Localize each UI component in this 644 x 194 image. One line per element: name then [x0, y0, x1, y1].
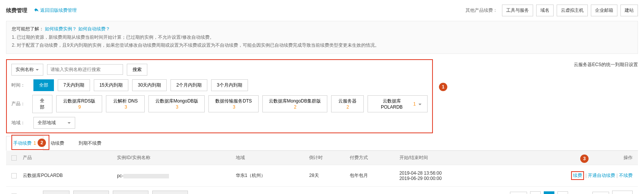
- product-mongo-cluster[interactable]: 云数据库MongoDB集群版 2: [262, 95, 327, 112]
- search-type-select[interactable]: 实例名称: [11, 64, 43, 76]
- head-btn-domain[interactable]: 域名: [536, 5, 554, 16]
- chevron-down-icon: [35, 68, 39, 71]
- product-dns[interactable]: 云解析 DNS 3: [106, 95, 145, 112]
- region-label: 地域：: [11, 120, 30, 126]
- cell-instance: pc-: [114, 165, 232, 186]
- product-ecs[interactable]: 云服务器 2: [331, 95, 364, 112]
- chevron-down-icon: [418, 102, 422, 106]
- batch-no-renew[interactable]: 设置为不续费: [113, 191, 148, 194]
- page-1[interactable]: 1: [544, 191, 554, 194]
- action-renew[interactable]: 续费: [573, 173, 582, 178]
- product-label: 产品：: [11, 101, 28, 107]
- head-btn-site[interactable]: 建站: [620, 5, 638, 16]
- table-footer: 选中 0 项 批量续费 开通自动续费 设置为不续费 导出续费清单 共有 1 条，…: [6, 187, 638, 194]
- cell-countdown: 28天: [306, 165, 346, 186]
- time-label: 时间：: [11, 82, 30, 88]
- col-time: 开始/结束时间: [396, 151, 496, 165]
- product-dts[interactable]: 数据传输服务DTS 3: [208, 95, 259, 112]
- cell-region: 华东1（杭州）: [233, 165, 306, 186]
- head-btn-tools[interactable]: 工具与服务: [502, 5, 533, 16]
- highlight-box-renew: 续费: [571, 171, 584, 180]
- redacted-instance-id: [123, 174, 169, 178]
- row-checkbox[interactable]: [11, 173, 17, 178]
- info-line-1: 1. 已过期的资源，新续费周期从续费当前时间开始计算；已过期的实例，不允许设置/…: [12, 33, 632, 42]
- batch-renew[interactable]: 批量续费: [43, 191, 69, 194]
- head-btn-mail[interactable]: 企业邮箱: [591, 5, 617, 16]
- region-select[interactable]: 全部地域: [33, 117, 75, 129]
- return-icon: [33, 7, 39, 14]
- page-size-select[interactable]: 20: [510, 192, 527, 194]
- time-30d[interactable]: 30天内到期: [132, 79, 167, 91]
- callout-3: 3: [580, 155, 589, 163]
- action-auto-renew[interactable]: 开通自动续费: [588, 173, 615, 178]
- filter-area: 实例名称 搜索 时间： 全部 7天内到期 15天内到期 30天内到期 2个月内到…: [6, 59, 433, 133]
- col-region: 地域: [233, 151, 306, 165]
- time-7d[interactable]: 7天内到期: [58, 79, 90, 91]
- unified-prefix: 云服务器ECS的: [574, 62, 606, 67]
- product-rds[interactable]: 云数据库RDS版 9: [56, 95, 103, 112]
- col-instance: 实例ID/实例名称: [114, 151, 232, 165]
- search-button[interactable]: 搜索: [127, 64, 147, 76]
- tab-no-renew[interactable]: 到期不续费: [71, 136, 109, 151]
- instance-table: 产品 实例ID/实例名称 地域 倒计时 付费方式 开始/结束时间 操作 云数据库…: [6, 151, 638, 187]
- tab-auto-renew[interactable]: 动续费 2: [43, 136, 71, 151]
- page-header: 续费管理 返回旧版续费管理 其他产品续费： 工具与服务 域名 云虚拟主机 企业邮…: [6, 5, 638, 16]
- time-2m[interactable]: 2个月内到期: [170, 79, 207, 91]
- chevron-down-icon: [67, 121, 71, 125]
- back-link[interactable]: 返回旧版续费管理: [33, 7, 77, 14]
- time-15d[interactable]: 15天内到期: [94, 79, 128, 91]
- head-btn-vhost[interactable]: 云虚拟主机: [557, 5, 588, 16]
- cell-time: 2019-04-28 13:56:00 2019-06-29 00:00:00: [396, 165, 496, 186]
- action-no-renew[interactable]: 不续费: [619, 173, 633, 178]
- page-next[interactable]: [557, 191, 568, 194]
- product-polardb[interactable]: 云数据库POLARDB 1: [368, 95, 428, 112]
- col-product: 产品: [20, 151, 114, 165]
- col-ops: 操作: [495, 151, 638, 165]
- export-list[interactable]: 导出续费清单: [152, 191, 188, 194]
- batch-auto-renew[interactable]: 开通自动续费: [73, 191, 109, 194]
- info-link-renew[interactable]: 如何续费实例？: [45, 26, 77, 32]
- jump-input[interactable]: [592, 192, 609, 194]
- info-line-2: 2. 对于配置了自动续费，且9天内到期的实例，如果您尝试修改自动续费周期或设置为…: [12, 41, 632, 50]
- page-title: 续费管理: [6, 7, 27, 14]
- info-box: 您可能想了解： 如何续费实例？ 如何自动续费？ 1. 已过期的资源，新续费周期从…: [6, 21, 638, 54]
- info-link-auto[interactable]: 如何自动续费？: [78, 26, 110, 32]
- cell-payment: 包年包月: [347, 165, 396, 186]
- table-row: 云数据库POLARDB pc- 华东1（杭州） 28天 包年包月 2019-04…: [6, 165, 638, 186]
- search-input[interactable]: [47, 64, 123, 75]
- page-prev[interactable]: [530, 191, 541, 194]
- callout-1: 1: [439, 83, 447, 91]
- time-3m[interactable]: 3个月内到期: [211, 79, 248, 91]
- product-mongo[interactable]: 云数据库MongoDB版 3: [148, 95, 205, 112]
- col-countdown: 倒计时: [306, 151, 346, 165]
- callout-2: 2: [38, 139, 46, 147]
- select-all-checkbox[interactable]: [11, 155, 17, 161]
- product-all[interactable]: 全部: [32, 95, 52, 113]
- col-payment: 付费方式: [347, 151, 396, 165]
- jump-button[interactable]: 跳转: [612, 191, 633, 194]
- tabs: 手动续费 1 动续费 2 到期不续费: [6, 136, 638, 151]
- time-all[interactable]: 全部: [33, 79, 54, 91]
- unified-link[interactable]: 统一到期日设置: [606, 62, 638, 67]
- other-products-label: 其他产品续费：: [466, 7, 497, 14]
- cell-product: 云数据库POLARDB: [20, 165, 114, 186]
